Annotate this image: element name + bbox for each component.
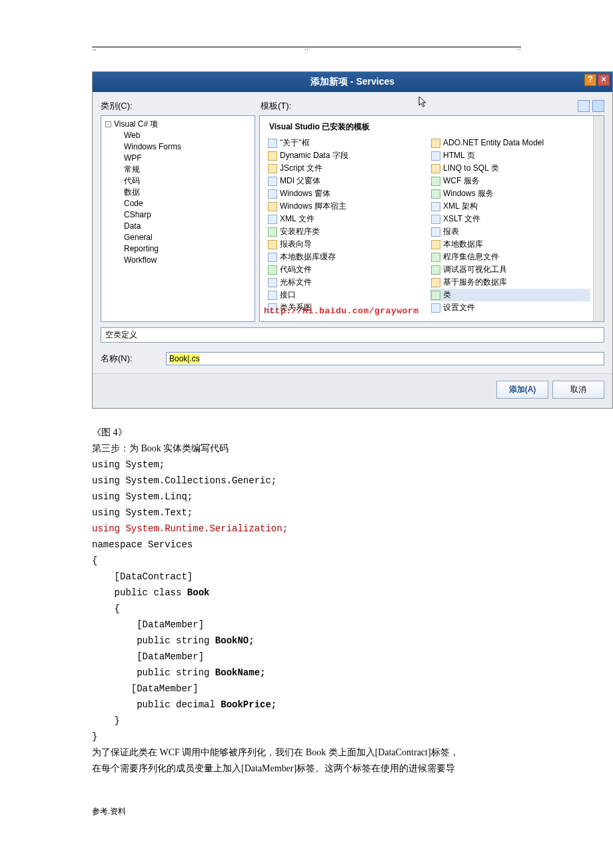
- template-item[interactable]: 程序集信息文件: [430, 251, 590, 263]
- template-item[interactable]: 本地数据库: [430, 238, 590, 251]
- template-item[interactable]: WCF 服务: [430, 175, 590, 187]
- code-line: using System;: [92, 457, 521, 473]
- collapse-icon[interactable]: -: [105, 121, 111, 127]
- scrollbar[interactable]: [593, 116, 604, 321]
- template-item[interactable]: XSLT 文件: [430, 213, 590, 225]
- tree-item[interactable]: Web: [124, 130, 251, 141]
- paragraph: 为了保证此类在 WCF 调用中能够被序列化，我们在 Book 类上面加入[Dat…: [92, 745, 521, 761]
- templates-header: Visual Studio 已安装的模板: [267, 120, 590, 134]
- template-item[interactable]: 设置文件: [430, 301, 590, 314]
- template-item[interactable]: MDI 父窗体: [267, 175, 427, 187]
- footer: 参考.资料: [92, 803, 521, 819]
- add-button[interactable]: 添加(A): [496, 381, 548, 399]
- tree-item[interactable]: Data: [124, 221, 251, 232]
- template-label: 模板(T):: [261, 100, 291, 112]
- tree-item[interactable]: 数据: [124, 187, 251, 198]
- code-attr: [DataMember]: [92, 649, 521, 665]
- code-field: public string BookNO;: [92, 633, 521, 649]
- code-brace: {: [92, 601, 521, 617]
- code-field: public string BookName;: [92, 665, 521, 681]
- small-icons-button[interactable]: [592, 100, 604, 112]
- close-button[interactable]: ×: [598, 74, 610, 86]
- category-tree[interactable]: - Visual C# 项 Web Windows Forms WPF 常规 代…: [101, 115, 255, 322]
- template-item[interactable]: XML 架构: [430, 200, 590, 213]
- figure-caption: 《图 4》: [92, 425, 521, 441]
- template-item[interactable]: JScript 文件: [267, 162, 427, 175]
- template-item[interactable]: 报表: [430, 225, 590, 238]
- name-input[interactable]: Book|.cs: [166, 352, 604, 365]
- step-title: 第三步：为 Book 实体类编写代码: [92, 441, 521, 457]
- code-brace: }: [92, 713, 521, 729]
- template-description: 空类定义: [101, 327, 604, 343]
- template-item[interactable]: LINQ to SQL 类: [430, 162, 590, 175]
- template-item[interactable]: Windows 脚本宿主: [267, 200, 427, 213]
- dialog-titlebar: 添加新项 - Services ? ×: [93, 72, 612, 92]
- large-icons-button[interactable]: [578, 100, 590, 112]
- code-attr: [DataContract]: [92, 569, 521, 585]
- dialog-title: 添加新项 - Services: [310, 76, 394, 88]
- name-label: 名称(N):: [101, 353, 161, 365]
- code-class: public class Book: [92, 585, 521, 601]
- tree-item[interactable]: 常规: [124, 164, 251, 175]
- template-item[interactable]: 基于服务的数据库: [430, 276, 590, 289]
- code-line-highlight: using System.Runtime.Serialization;: [92, 521, 521, 537]
- template-item[interactable]: Windows 窗体: [267, 187, 427, 200]
- tree-item[interactable]: Reporting: [124, 243, 251, 255]
- template-item[interactable]: 报表向导: [267, 238, 427, 251]
- template-item[interactable]: HTML 页: [430, 149, 590, 162]
- help-button[interactable]: ?: [584, 74, 596, 86]
- template-item[interactable]: 本地数据库缓存: [267, 251, 427, 263]
- tree-item[interactable]: Workflow: [124, 255, 251, 266]
- template-item[interactable]: 安装程序类: [267, 225, 427, 238]
- add-new-item-dialog: 添加新项 - Services ? × 类别(C): 模板(T):: [92, 71, 613, 409]
- template-item[interactable]: Dynamic Data 字段: [267, 149, 427, 162]
- code-line: using System.Text;: [92, 505, 521, 521]
- template-item[interactable]: Windows 服务: [430, 187, 590, 200]
- tree-item[interactable]: Code: [124, 198, 251, 209]
- header-marks: ., .. ..: [92, 43, 521, 51]
- tree-item[interactable]: 代码: [124, 175, 251, 187]
- code-line: namespace Services: [92, 537, 521, 553]
- cursor-icon: [418, 96, 428, 108]
- code-attr: [DataMember]: [92, 617, 521, 633]
- tree-root[interactable]: - Visual C# 项: [105, 119, 251, 130]
- code-brace: }: [92, 729, 521, 745]
- template-item[interactable]: 接口: [267, 289, 427, 301]
- cancel-button[interactable]: 取消: [552, 381, 604, 399]
- tree-item[interactable]: WPF: [124, 153, 251, 164]
- paragraph: 在每个需要序列化的成员变量上加入[DataMember]标签。这两个标签在使用的…: [92, 761, 521, 777]
- code-line: using System.Collections.Generic;: [92, 473, 521, 489]
- template-item[interactable]: XML 文件: [267, 213, 427, 225]
- category-label: 类别(C):: [101, 100, 261, 112]
- code-attr: [DataMember]: [92, 681, 521, 697]
- tree-item[interactable]: General: [124, 232, 251, 243]
- template-item[interactable]: ADO.NET Entity Data Model: [430, 137, 590, 149]
- template-item[interactable]: 调试器可视化工具: [430, 263, 590, 276]
- tree-item[interactable]: CSharp: [124, 209, 251, 221]
- template-item-selected[interactable]: 类: [430, 289, 590, 301]
- tree-item[interactable]: Windows Forms: [124, 141, 251, 153]
- watermark: http://hi.baidu.com/grayworm: [264, 306, 418, 316]
- template-item[interactable]: "关于"框: [267, 137, 427, 149]
- code-brace: {: [92, 553, 521, 569]
- document-body: 《图 4》 第三步：为 Book 实体类编写代码 using System; u…: [92, 425, 521, 819]
- template-item[interactable]: 代码文件: [267, 263, 427, 276]
- template-list[interactable]: Visual Studio 已安装的模板 "关于"框 Dynamic Data …: [259, 115, 604, 322]
- template-item[interactable]: 光标文件: [267, 276, 427, 289]
- code-field: public decimal BookPrice;: [92, 697, 521, 713]
- code-line: using System.Linq;: [92, 489, 521, 505]
